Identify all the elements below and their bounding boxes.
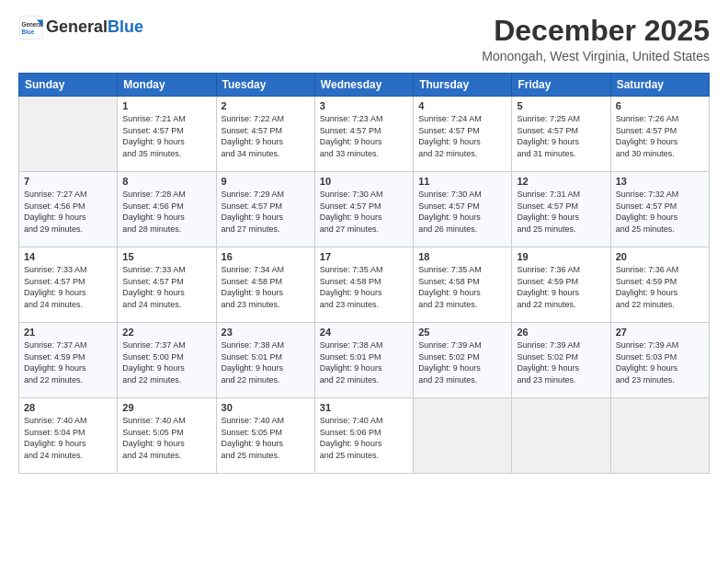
day-number: 3 — [320, 100, 408, 111]
logo-blue-text: Blue — [108, 17, 143, 36]
day-info: Sunrise: 7:39 AMSunset: 5:03 PMDaylight:… — [616, 339, 704, 385]
day-cell: 1Sunrise: 7:21 AMSunset: 4:57 PMDaylight… — [118, 97, 216, 172]
day-info: Sunrise: 7:22 AMSunset: 4:57 PMDaylight:… — [222, 113, 310, 159]
day-info: Sunrise: 7:36 AMSunset: 4:59 PMDaylight:… — [517, 264, 605, 310]
week-row-3: 14Sunrise: 7:33 AMSunset: 4:57 PMDayligh… — [19, 247, 710, 323]
day-cell: 25Sunrise: 7:39 AMSunset: 5:02 PMDayligh… — [414, 323, 512, 398]
weekday-header-monday: Monday — [118, 74, 216, 97]
day-cell: 16Sunrise: 7:34 AMSunset: 4:58 PMDayligh… — [216, 247, 314, 323]
day-number: 28 — [24, 402, 112, 413]
day-number: 7 — [24, 176, 112, 187]
day-info: Sunrise: 7:21 AMSunset: 4:57 PMDaylight:… — [122, 113, 210, 159]
day-info: Sunrise: 7:38 AMSunset: 5:01 PMDaylight:… — [222, 339, 310, 385]
day-cell — [512, 398, 610, 474]
day-number: 26 — [517, 327, 605, 338]
day-info: Sunrise: 7:37 AMSunset: 4:59 PMDaylight:… — [24, 339, 112, 385]
location: Monongah, West Virginia, United States — [482, 49, 710, 63]
day-cell: 17Sunrise: 7:35 AMSunset: 4:58 PMDayligh… — [314, 247, 413, 323]
day-info: Sunrise: 7:33 AMSunset: 4:57 PMDaylight:… — [122, 264, 210, 310]
day-info: Sunrise: 7:38 AMSunset: 5:01 PMDaylight:… — [320, 339, 408, 385]
day-number: 24 — [320, 327, 408, 338]
day-info: Sunrise: 7:27 AMSunset: 4:56 PMDaylight:… — [24, 189, 112, 235]
day-number: 17 — [320, 251, 408, 262]
day-info: Sunrise: 7:24 AMSunset: 4:57 PMDaylight:… — [418, 113, 506, 159]
svg-text:Blue: Blue — [22, 29, 35, 35]
day-number: 13 — [616, 176, 704, 187]
day-number: 1 — [122, 100, 210, 111]
day-cell: 24Sunrise: 7:38 AMSunset: 5:01 PMDayligh… — [314, 323, 413, 398]
weekday-header-tuesday: Tuesday — [216, 74, 314, 97]
day-info: Sunrise: 7:23 AMSunset: 4:57 PMDaylight:… — [320, 113, 408, 159]
day-number: 6 — [616, 100, 704, 111]
day-info: Sunrise: 7:40 AMSunset: 5:05 PMDaylight:… — [122, 415, 210, 461]
day-number: 31 — [320, 402, 408, 413]
day-number: 30 — [222, 402, 310, 413]
week-row-5: 28Sunrise: 7:40 AMSunset: 5:04 PMDayligh… — [19, 398, 710, 474]
day-cell — [610, 398, 709, 474]
day-cell: 5Sunrise: 7:25 AMSunset: 4:57 PMDaylight… — [512, 97, 610, 172]
day-info: Sunrise: 7:40 AMSunset: 5:05 PMDaylight:… — [222, 415, 310, 461]
day-number: 2 — [222, 100, 310, 111]
day-number: 27 — [616, 327, 704, 338]
logo: General Blue GeneralBlue — [18, 15, 143, 40]
weekday-header-wednesday: Wednesday — [314, 74, 413, 97]
day-cell: 19Sunrise: 7:36 AMSunset: 4:59 PMDayligh… — [512, 247, 610, 323]
day-cell: 23Sunrise: 7:38 AMSunset: 5:01 PMDayligh… — [216, 323, 314, 398]
day-number: 15 — [122, 251, 210, 262]
calendar-container: General Blue GeneralBlue December 2025 M… — [0, 0, 728, 563]
day-cell: 22Sunrise: 7:37 AMSunset: 5:00 PMDayligh… — [118, 323, 216, 398]
day-info: Sunrise: 7:25 AMSunset: 4:57 PMDaylight:… — [517, 113, 605, 159]
day-cell: 29Sunrise: 7:40 AMSunset: 5:05 PMDayligh… — [118, 398, 216, 474]
weekday-header-saturday: Saturday — [610, 74, 709, 97]
day-info: Sunrise: 7:35 AMSunset: 4:58 PMDaylight:… — [418, 264, 506, 310]
day-number: 4 — [418, 100, 506, 111]
day-info: Sunrise: 7:37 AMSunset: 5:00 PMDaylight:… — [122, 339, 210, 385]
day-number: 8 — [122, 176, 210, 187]
day-info: Sunrise: 7:36 AMSunset: 4:59 PMDaylight:… — [616, 264, 704, 310]
day-cell: 12Sunrise: 7:31 AMSunset: 4:57 PMDayligh… — [512, 172, 610, 247]
day-number: 25 — [418, 327, 506, 338]
logo-icon: General Blue — [18, 15, 44, 40]
day-cell: 2Sunrise: 7:22 AMSunset: 4:57 PMDaylight… — [216, 97, 314, 172]
day-number: 19 — [517, 251, 605, 262]
weekday-header-friday: Friday — [512, 74, 610, 97]
day-number: 23 — [222, 327, 310, 338]
day-cell: 7Sunrise: 7:27 AMSunset: 4:56 PMDaylight… — [19, 172, 118, 247]
day-info: Sunrise: 7:35 AMSunset: 4:58 PMDaylight:… — [320, 264, 408, 310]
day-cell — [19, 97, 118, 172]
day-cell: 27Sunrise: 7:39 AMSunset: 5:03 PMDayligh… — [610, 323, 709, 398]
day-info: Sunrise: 7:33 AMSunset: 4:57 PMDaylight:… — [24, 264, 112, 310]
svg-rect-0 — [19, 16, 42, 39]
logo-general-text: General — [46, 17, 108, 36]
day-cell: 18Sunrise: 7:35 AMSunset: 4:58 PMDayligh… — [414, 247, 512, 323]
day-cell: 8Sunrise: 7:28 AMSunset: 4:56 PMDaylight… — [118, 172, 216, 247]
day-info: Sunrise: 7:31 AMSunset: 4:57 PMDaylight:… — [517, 189, 605, 235]
header: General Blue GeneralBlue December 2025 M… — [18, 15, 710, 63]
day-info: Sunrise: 7:32 AMSunset: 4:57 PMDaylight:… — [616, 189, 704, 235]
day-cell: 31Sunrise: 7:40 AMSunset: 5:06 PMDayligh… — [314, 398, 413, 474]
day-cell: 3Sunrise: 7:23 AMSunset: 4:57 PMDaylight… — [314, 97, 413, 172]
day-cell: 11Sunrise: 7:30 AMSunset: 4:57 PMDayligh… — [414, 172, 512, 247]
day-cell: 30Sunrise: 7:40 AMSunset: 5:05 PMDayligh… — [216, 398, 314, 474]
day-number: 29 — [122, 402, 210, 413]
day-number: 21 — [24, 327, 112, 338]
day-number: 16 — [222, 251, 310, 262]
day-cell: 6Sunrise: 7:26 AMSunset: 4:57 PMDaylight… — [610, 97, 709, 172]
week-row-1: 1Sunrise: 7:21 AMSunset: 4:57 PMDaylight… — [19, 97, 710, 172]
weekday-header-sunday: Sunday — [19, 74, 118, 97]
day-info: Sunrise: 7:30 AMSunset: 4:57 PMDaylight:… — [320, 189, 408, 235]
day-cell: 21Sunrise: 7:37 AMSunset: 4:59 PMDayligh… — [19, 323, 118, 398]
week-row-2: 7Sunrise: 7:27 AMSunset: 4:56 PMDaylight… — [19, 172, 710, 247]
day-cell: 15Sunrise: 7:33 AMSunset: 4:57 PMDayligh… — [118, 247, 216, 323]
day-cell: 14Sunrise: 7:33 AMSunset: 4:57 PMDayligh… — [19, 247, 118, 323]
day-info: Sunrise: 7:40 AMSunset: 5:04 PMDaylight:… — [24, 415, 112, 461]
month-title: December 2025 — [482, 15, 710, 47]
day-cell: 10Sunrise: 7:30 AMSunset: 4:57 PMDayligh… — [314, 172, 413, 247]
day-cell: 13Sunrise: 7:32 AMSunset: 4:57 PMDayligh… — [610, 172, 709, 247]
day-number: 10 — [320, 176, 408, 187]
day-info: Sunrise: 7:26 AMSunset: 4:57 PMDaylight:… — [616, 113, 704, 159]
day-cell: 28Sunrise: 7:40 AMSunset: 5:04 PMDayligh… — [19, 398, 118, 474]
day-cell: 20Sunrise: 7:36 AMSunset: 4:59 PMDayligh… — [610, 247, 709, 323]
day-cell: 26Sunrise: 7:39 AMSunset: 5:02 PMDayligh… — [512, 323, 610, 398]
day-cell: 9Sunrise: 7:29 AMSunset: 4:57 PMDaylight… — [216, 172, 314, 247]
